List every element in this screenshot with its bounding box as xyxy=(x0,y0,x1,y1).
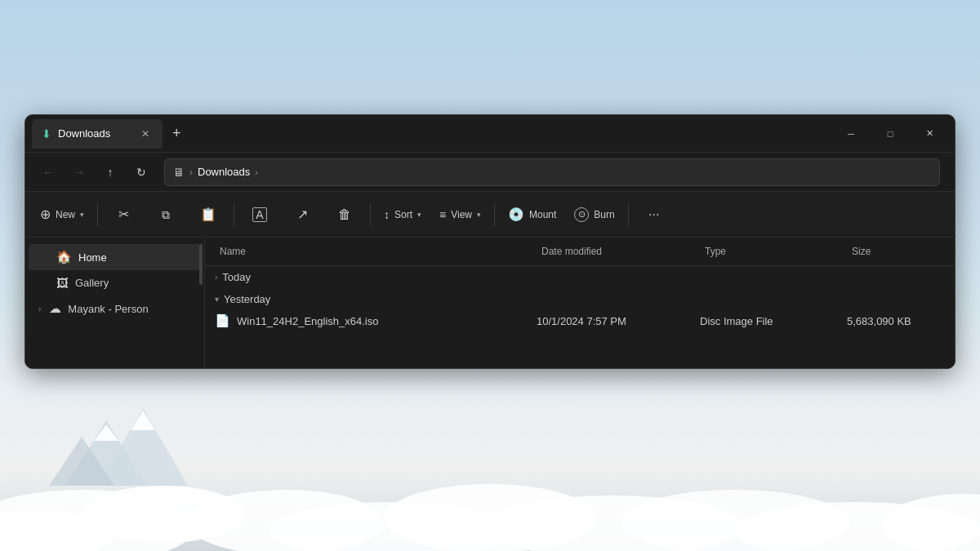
burn-icon: ⊙ xyxy=(574,207,589,222)
title-bar: ⬇ Downloads ✕ + ─ □ ✕ xyxy=(25,115,955,153)
svg-point-6 xyxy=(482,495,743,551)
iso-date-modified: 10/1/2024 7:57 PM xyxy=(537,315,700,327)
sort-chevron-icon: ▾ xyxy=(417,211,421,219)
svg-point-3 xyxy=(188,490,384,551)
sort-button[interactable]: ↕ Sort ▾ xyxy=(376,196,430,233)
sidebar-scrollbar[interactable] xyxy=(199,244,203,285)
burn-label: Burn xyxy=(594,209,614,220)
cloud-icon: ☁ xyxy=(49,301,61,316)
group-today-chevron-icon: › xyxy=(215,273,217,282)
file-explorer-window: ⬇ Downloads ✕ + ─ □ ✕ ← → ↑ ↻ 🖥 › Downlo… xyxy=(24,114,956,369)
iso-file-type: Disc Image File xyxy=(700,315,847,327)
file-list-header: Name Date modified Type Size xyxy=(205,238,955,266)
mount-button[interactable]: 💿 Mount xyxy=(500,196,564,233)
refresh-icon: ↻ xyxy=(136,166,146,179)
toolbar-separator-3 xyxy=(370,203,371,226)
svg-point-4 xyxy=(270,502,514,551)
address-chevron: › xyxy=(255,167,258,177)
address-path: Downloads xyxy=(198,166,250,178)
computer-icon: 🖥 xyxy=(173,166,185,179)
sidebar-item-mayank[interactable]: › ☁ Mayank - Person xyxy=(29,295,201,322)
svg-point-9 xyxy=(882,494,980,551)
paste-icon: 📋 xyxy=(200,208,216,221)
window-controls: ─ □ ✕ xyxy=(832,121,948,147)
cut-button[interactable]: ✂ xyxy=(103,196,144,233)
new-icon: ⊕ xyxy=(40,208,51,221)
tab-close-button[interactable]: ✕ xyxy=(138,127,153,141)
column-header-name[interactable]: Name xyxy=(215,242,537,260)
svg-marker-11 xyxy=(98,408,188,486)
forward-icon: → xyxy=(74,166,85,179)
maximize-button[interactable]: □ xyxy=(871,121,909,147)
group-yesterday-chevron-icon: ▾ xyxy=(215,295,219,304)
up-button[interactable]: ↑ xyxy=(97,159,123,185)
sidebar-gallery-label: Gallery xyxy=(75,277,109,289)
view-chevron-icon: ▾ xyxy=(477,211,481,219)
mount-label: Mount xyxy=(529,209,556,220)
burn-button[interactable]: ⊙ Burn xyxy=(566,196,622,233)
up-icon: ↑ xyxy=(108,166,114,179)
sidebar: 🏠 Home 🖼 Gallery › ☁ Mayank - Person xyxy=(25,238,205,368)
rename-button[interactable]: A xyxy=(239,196,280,233)
sidebar-expand-icon: › xyxy=(38,304,41,313)
svg-point-5 xyxy=(384,484,596,551)
svg-marker-10 xyxy=(65,420,147,486)
rename-icon: A xyxy=(252,207,266,222)
iso-file-icon: 📄 xyxy=(215,313,230,328)
cut-icon: ✂ xyxy=(118,208,129,221)
column-header-type[interactable]: Type xyxy=(700,242,847,260)
svg-point-2 xyxy=(0,510,114,551)
sidebar-item-gallery[interactable]: 🖼 Gallery xyxy=(29,270,201,295)
toolbar-separator-5 xyxy=(628,203,629,226)
copy-button[interactable]: ⧉ xyxy=(145,196,186,233)
column-header-size[interactable]: Size xyxy=(847,242,945,260)
iso-file-size: 5,683,090 KB xyxy=(847,315,945,327)
group-yesterday-label: Yesterday xyxy=(224,293,270,305)
new-tab-button[interactable]: + xyxy=(166,125,188,142)
new-label: New xyxy=(56,209,75,220)
svg-marker-12 xyxy=(49,437,114,486)
iso-file-name: Win11_24H2_English_x64.iso xyxy=(237,315,378,327)
group-yesterday[interactable]: ▾ Yesterday xyxy=(205,288,955,310)
mount-icon: 💿 xyxy=(508,208,524,221)
back-button[interactable]: ← xyxy=(35,159,61,185)
delete-icon: 🗑 xyxy=(338,208,351,221)
view-button[interactable]: ≡ View ▾ xyxy=(431,196,489,233)
file-row-iso[interactable]: 📄 Win11_24H2_English_x64.iso 10/1/2024 7… xyxy=(205,310,955,331)
share-button[interactable]: ↗ xyxy=(282,196,323,233)
minimize-button[interactable]: ─ xyxy=(832,121,870,147)
svg-point-7 xyxy=(621,490,849,551)
tab-downloads-icon: ⬇ xyxy=(42,127,51,140)
sidebar-home-label: Home xyxy=(78,251,107,264)
more-options-button[interactable]: ··· xyxy=(634,196,675,233)
svg-marker-14 xyxy=(131,411,155,430)
toolbar: ⊕ New ▾ ✂ ⧉ 📋 A ↗ 🗑 xyxy=(25,192,955,238)
toolbar-separator-1 xyxy=(97,203,98,226)
group-today[interactable]: › Today xyxy=(205,266,955,288)
sidebar-item-home[interactable]: 🏠 Home xyxy=(29,244,201,270)
svg-point-1 xyxy=(82,486,245,543)
forward-button[interactable]: → xyxy=(66,159,92,185)
column-header-date[interactable]: Date modified xyxy=(537,242,700,260)
delete-button[interactable]: 🗑 xyxy=(324,196,365,233)
tab-downloads[interactable]: ⬇ Downloads ✕ xyxy=(32,119,163,149)
tab-downloads-title: Downloads xyxy=(58,127,110,140)
sort-icon: ↕ xyxy=(384,209,390,220)
new-button[interactable]: ⊕ New ▾ xyxy=(32,196,92,233)
new-chevron-icon: ▾ xyxy=(80,211,84,219)
file-list: Name Date modified Type Size › Today ▾ Y… xyxy=(205,238,955,368)
toolbar-separator-4 xyxy=(494,203,495,226)
sidebar-mayank-label: Mayank - Person xyxy=(68,303,148,315)
paste-button[interactable]: 📋 xyxy=(188,196,229,233)
address-bar[interactable]: 🖥 › Downloads › xyxy=(164,158,940,186)
toolbar-separator-2 xyxy=(234,203,234,226)
share-icon: ↗ xyxy=(297,208,308,221)
window-close-button[interactable]: ✕ xyxy=(911,121,948,147)
back-icon: ← xyxy=(42,166,54,179)
address-separator-1: › xyxy=(189,167,193,178)
navigation-bar: ← → ↑ ↻ 🖥 › Downloads › xyxy=(25,153,955,192)
more-icon: ··· xyxy=(648,208,659,221)
refresh-button[interactable]: ↻ xyxy=(128,159,154,185)
home-icon: 🏠 xyxy=(56,250,72,264)
group-today-label: Today xyxy=(222,271,251,283)
